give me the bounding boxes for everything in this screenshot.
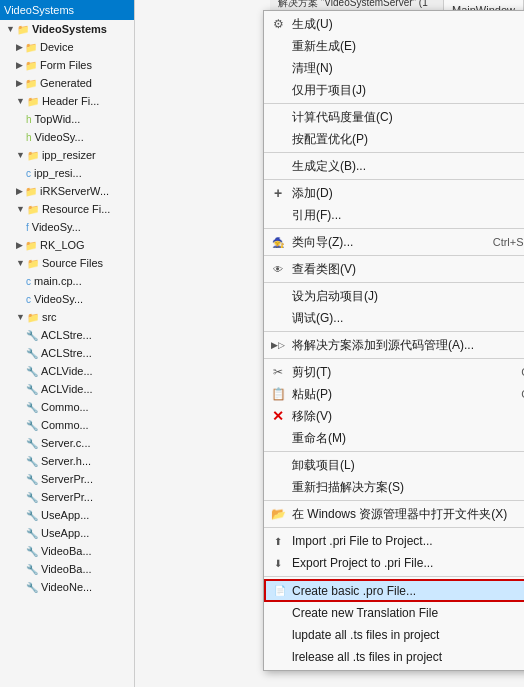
tree-label: ACLVide...: [41, 383, 93, 395]
tree-item-videoba2[interactable]: 🔧 VideoBa...: [0, 560, 134, 578]
tree-item-videosy-h[interactable]: h VideoSy...: [0, 128, 134, 146]
tree-label: Server.h...: [41, 455, 91, 467]
tree-label: Resource Fi...: [42, 203, 110, 215]
tree-item-videosy-res[interactable]: f VideoSy...: [0, 218, 134, 236]
menu-item-reload-solution[interactable]: 重新扫描解决方案(S): [264, 476, 524, 498]
menu-item-update-ts[interactable]: lupdate all .ts files in project: [264, 624, 524, 646]
tree-item-commo1[interactable]: 🔧 Commo...: [0, 398, 134, 416]
separator-9: [264, 451, 524, 452]
menu-label: 粘贴(P): [292, 386, 332, 403]
cut-icon: ✂: [268, 365, 288, 379]
menu-item-import-pri[interactable]: ⬆ Import .pri File to Project...: [264, 530, 524, 552]
menu-label: 计算代码度量值(C): [292, 109, 393, 126]
tree-label: VideoSy...: [35, 131, 84, 143]
menu-label: Create new Translation File: [292, 606, 438, 620]
tree-item-serverh[interactable]: 🔧 Server.h...: [0, 452, 134, 470]
menu-item-paste[interactable]: 📋 粘贴(P) Ctrl+V: [264, 383, 524, 405]
menu-item-scope-view[interactable]: 👁 查看类图(V): [264, 258, 524, 280]
menu-item-debug[interactable]: 调试(G)...: [264, 307, 524, 329]
tree-item-formfiles[interactable]: ▶ 📁 Form Files: [0, 56, 134, 74]
tree-label: ipp_resi...: [34, 167, 82, 179]
tree-item-aclvide2[interactable]: 🔧 ACLVide...: [0, 380, 134, 398]
menu-label: Create basic .pro File...: [292, 584, 416, 598]
tree-item-resource[interactable]: ▼ 📁 Resource Fi...: [0, 200, 134, 218]
tree-item-videosy-cpp[interactable]: c VideoSy...: [0, 290, 134, 308]
tree-label: Form Files: [40, 59, 92, 71]
tree-label: ipp_resizer: [42, 149, 96, 161]
tree-label: VideoSy...: [32, 221, 81, 233]
tree-item-rklog[interactable]: ▶ 📁 RK_LOG: [0, 236, 134, 254]
menu-item-gen-custom[interactable]: 生成定义(B)...: [264, 155, 524, 177]
tree-item-ipp-file[interactable]: c ipp_resi...: [0, 164, 134, 182]
menu-label: 清理(N): [292, 60, 333, 77]
tree-item-videone[interactable]: 🔧 VideoNe...: [0, 578, 134, 596]
tree-item-commo2[interactable]: 🔧 Commo...: [0, 416, 134, 434]
tree-item-generated[interactable]: ▶ 📁 Generated: [0, 74, 134, 92]
tree-item-aclstre2[interactable]: 🔧 ACLStre...: [0, 344, 134, 362]
menu-item-calc[interactable]: 计算代码度量值(C): [264, 106, 524, 128]
menu-item-release-ts[interactable]: lrelease all .ts files in project: [264, 646, 524, 668]
menu-label: 重新扫描解决方案(S): [292, 479, 404, 496]
tree-item-sourcefiles[interactable]: ▼ 📁 Source Files: [0, 254, 134, 272]
menu-item-configure[interactable]: 按配置优化(P): [264, 128, 524, 150]
separator-3: [264, 179, 524, 180]
tree-item-irkserver[interactable]: ▶ 📁 iRKServerW...: [0, 182, 134, 200]
menu-item-clean[interactable]: 清理(N): [264, 57, 524, 79]
separator-4: [264, 228, 524, 229]
paste-icon: 📋: [268, 387, 288, 401]
menu-item-create-pro[interactable]: 📄 Create basic .pro File...: [264, 579, 524, 602]
menu-label: 重新生成(E): [292, 38, 356, 55]
shortcut-remove: Del: [515, 410, 524, 422]
menu-item-set-startup[interactable]: 设为启动项目(J): [264, 285, 524, 307]
tree-item-aclstre1[interactable]: 🔧 ACLStre...: [0, 326, 134, 344]
menu-item-add-to-vcs[interactable]: ▶▷ 将解决方案添加到源代码管理(A)...: [264, 334, 524, 356]
tree-label: ACLStre...: [41, 329, 92, 341]
menu-item-profile[interactable]: 仅用于项目(J): [264, 79, 524, 101]
menu-label: 移除(V): [292, 408, 332, 425]
tree-item-videoba1[interactable]: 🔧 VideoBa...: [0, 542, 134, 560]
tree-item-src[interactable]: ▼ 📁 src: [0, 308, 134, 326]
menu-item-open-folder[interactable]: 📂 在 Windows 资源管理器中打开文件夹(X): [264, 503, 524, 525]
tree-label: TopWid...: [35, 113, 81, 125]
tree-label: ACLStre...: [41, 347, 92, 359]
tree-item-root[interactable]: ▼ 📁 VideoSystems: [0, 20, 134, 38]
separator-2: [264, 152, 524, 153]
menu-item-rebuild[interactable]: 重新生成(E): [264, 35, 524, 57]
menu-item-export-pri[interactable]: ⬇ Export Project to .pri File...: [264, 552, 524, 574]
separator-7: [264, 331, 524, 332]
menu-label: 卸载项目(L): [292, 457, 355, 474]
tree-item-serverpr2[interactable]: 🔧 ServerPr...: [0, 488, 134, 506]
separator-8: [264, 358, 524, 359]
menu-item-add[interactable]: + 添加(D): [264, 182, 524, 204]
tree-label: UseApp...: [41, 527, 89, 539]
menu-item-create-translation[interactable]: Create new Translation File: [264, 602, 524, 624]
tree-item-headerfiles[interactable]: ▼ 📁 Header Fi...: [0, 92, 134, 110]
menu-label: 生成定义(B)...: [292, 158, 366, 175]
tree-item-serverc[interactable]: 🔧 Server.c...: [0, 434, 134, 452]
menu-item-unload[interactable]: 卸载项目(L): [264, 454, 524, 476]
tree-item-aclvide1[interactable]: 🔧 ACLVide...: [0, 362, 134, 380]
tree-item-useapp2[interactable]: 🔧 UseApp...: [0, 524, 134, 542]
tree-item-topwid[interactable]: h TopWid...: [0, 110, 134, 128]
tree-label: VideoNe...: [41, 581, 92, 593]
menu-item-ref[interactable]: 引用(F)...: [264, 204, 524, 226]
context-menu: ⚙ 生成(U) 重新生成(E) 清理(N) 仅用于项目(J): [263, 10, 524, 671]
menu-item-cut[interactable]: ✂ 剪切(T) Ctrl+X: [264, 361, 524, 383]
tree-item-device[interactable]: ▶ 📁 Device: [0, 38, 134, 56]
tree-item-main-cpp[interactable]: c main.cp...: [0, 272, 134, 290]
sidebar-title: VideoSystems: [4, 4, 74, 16]
tree-item-ipp-resizer[interactable]: ▼ 📁 ipp_resizer: [0, 146, 134, 164]
tree-item-serverpr1[interactable]: 🔧 ServerPr...: [0, 470, 134, 488]
menu-item-class-wizard[interactable]: 🧙 类向导(Z)... Ctrl+Shift+X: [264, 231, 524, 253]
menu-item-rename[interactable]: 重命名(M) F2: [264, 427, 524, 449]
menu-label: 添加(D): [292, 185, 333, 202]
tree-item-useapp1[interactable]: 🔧 UseApp...: [0, 506, 134, 524]
tree-label: Header Fi...: [42, 95, 99, 107]
menu-label: 生成(U): [292, 16, 333, 33]
vcs-icon: ▶▷: [268, 340, 288, 350]
solution-explorer: VideoSystems ▼ 📁 VideoSystems ▶ 📁 Device…: [0, 0, 135, 687]
menu-label: 查看类图(V): [292, 261, 356, 278]
menu-item-build[interactable]: ⚙ 生成(U): [264, 13, 524, 35]
wizard-icon: 🧙: [268, 237, 288, 248]
menu-item-remove[interactable]: ✕ 移除(V) Del: [264, 405, 524, 427]
